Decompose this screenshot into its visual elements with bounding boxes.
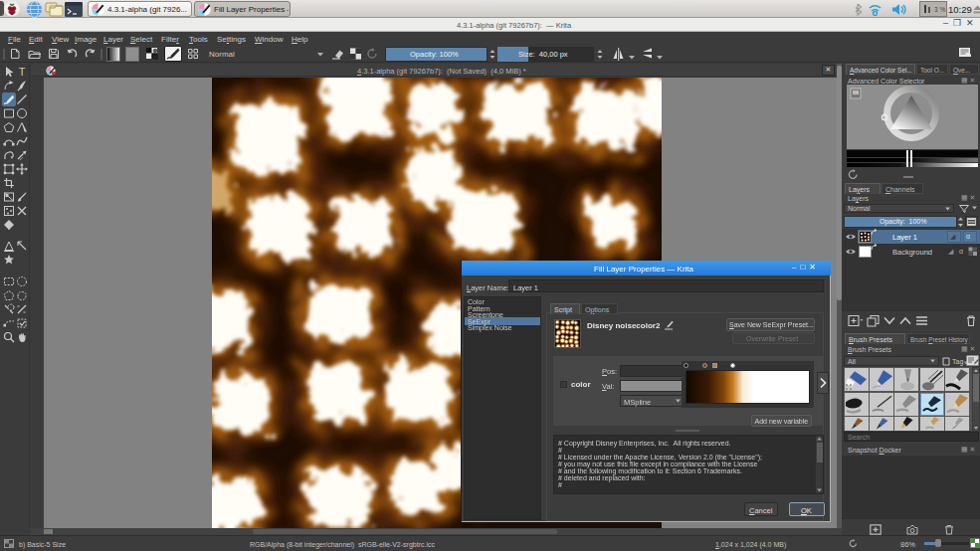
svg-text:T: T bbox=[19, 66, 26, 78]
